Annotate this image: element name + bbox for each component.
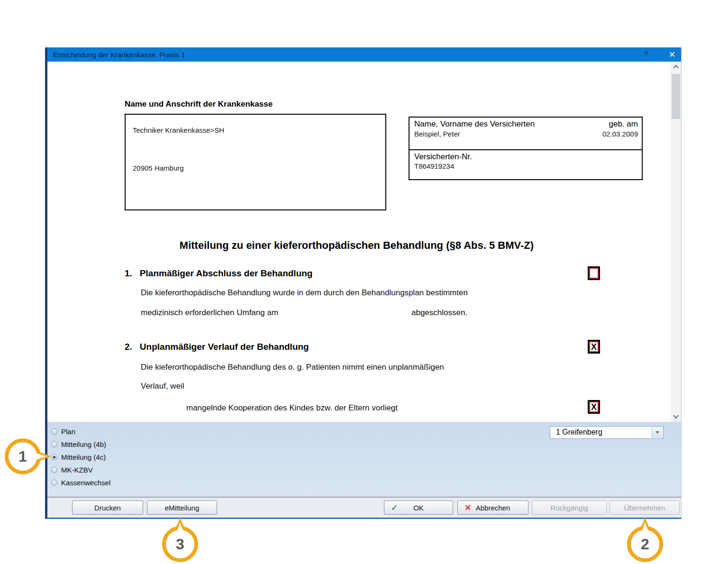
rueckgaengig-button[interactable]: Rückgängig (532, 500, 607, 515)
abbrechen-button[interactable]: ✕ Abbrechen (457, 500, 528, 515)
rueckgaengig-label: Rückgängig (550, 504, 588, 512)
item2-sub-checkbox-mark: X (589, 401, 599, 412)
emitteilung-button[interactable]: eMitteilung (147, 500, 217, 515)
radio-mk-kzbv[interactable]: MK-KZBV (51, 465, 93, 474)
uebernehmen-button[interactable]: Übernehmen (610, 500, 680, 515)
insured-name-label: Name, Vorname des Versicherten (414, 119, 535, 129)
annotation-circle-2: 2 (624, 516, 666, 564)
insured-name-section: Name, Vorname des Versicherten geb. am B… (410, 118, 642, 149)
scrollbar-thumb[interactable] (672, 74, 680, 119)
ok-label: OK (413, 504, 424, 512)
radio-icon[interactable] (51, 480, 57, 486)
radio-label: Mitteilung (4b) (61, 440, 106, 448)
item2-sub-checkbox[interactable]: X (588, 400, 600, 414)
close-button[interactable]: ✕ (663, 47, 682, 62)
vertical-scrollbar[interactable] (671, 62, 681, 422)
annotation-number-3: 3 (176, 536, 184, 553)
item1-title: Planmäßiger Abschluss der Behandlung (140, 268, 313, 279)
item1-line2a: medizinisch erforderlichen Umfang am (141, 308, 278, 318)
annotation-circle-3: 3 (159, 516, 201, 564)
insured-geb-label: geb. am (609, 119, 638, 129)
form-heading: Mitteilung zu einer kieferorthopädischen… (76, 239, 637, 252)
emitteilung-label: eMitteilung (165, 504, 200, 512)
item1-checkbox-inner (589, 268, 599, 279)
item2-number: 2. (125, 342, 132, 352)
drucken-label: Drucken (94, 504, 121, 512)
dropdown-arrow-button[interactable] (652, 427, 663, 438)
uebernehmen-label: Übernehmen (624, 504, 665, 512)
kasse-name: Techniker Krankenkasse>SH (133, 126, 224, 134)
item1-line2b: abgeschlossen. (411, 308, 467, 318)
annotation-number-1: 1 (18, 448, 27, 465)
check-icon: ✓ (391, 503, 398, 513)
annotation-circle-1: 1 (3, 436, 53, 479)
kasse-city: 20905 Hamburg (133, 164, 184, 172)
practice-dropdown[interactable]: 1 Greifenberg (550, 426, 664, 439)
drucken-button[interactable]: Drucken (72, 500, 143, 515)
kasse-label: Name und Anschrift der Krankenkasse (125, 100, 273, 109)
insured-nr-section: Versicherten-Nr. T864919234 (410, 149, 642, 179)
abbrechen-label: Abbrechen (476, 504, 510, 512)
radio-mitteilung-4c[interactable]: Mitteilung (4c) (51, 452, 106, 462)
radio-icon[interactable] (51, 428, 57, 435)
window-title: Entscheidung der Krankenkasse, Praxis 1 (53, 51, 185, 59)
item2-sub-label: mangelnde Kooperation des Kindes bzw. de… (186, 403, 398, 413)
dialog-window: Entscheidung der Krankenkasse, Praxis 1 … (45, 47, 682, 519)
insured-geb-value: 02.03.2009 (602, 130, 638, 138)
radio-mitteilung-4b[interactable]: Mitteilung (4b) (51, 439, 106, 449)
item2-title: Unplanmäßiger Verlauf der Behandlung (140, 342, 309, 352)
form-content-area: Name und Anschrift der Krankenkasse Tech… (47, 62, 681, 422)
item2-checkbox-mark: X (589, 341, 599, 352)
item2-line1: Die kieferorthopädische Behandlung des o… (141, 363, 444, 372)
kasse-address-box: Techniker Krankenkasse>SH 20905 Hamburg (125, 114, 386, 210)
radio-label: Mitteilung (4c) (61, 453, 106, 461)
title-bar[interactable]: Entscheidung der Krankenkasse, Praxis 1 … (47, 47, 681, 62)
insured-box: Name, Vorname des Versicherten geb. am B… (409, 117, 643, 180)
item1-line1: Die kieferorthopädische Behandlung wurde… (141, 288, 468, 298)
chevron-down-icon (655, 431, 659, 434)
radio-label: Plan (61, 428, 75, 436)
item2-checkbox[interactable]: X (588, 340, 600, 354)
annotation-number-2: 2 (641, 536, 649, 553)
insured-name-value: Beispiel, Peter (414, 130, 460, 138)
practice-dropdown-value: 1 Greifenberg (556, 428, 602, 437)
item2-line2: Verlauf, weil (141, 382, 184, 391)
radio-label: Kassenwechsel (61, 479, 110, 487)
radio-kassenwechsel[interactable]: Kassenwechsel (51, 478, 110, 487)
radio-label: MK-KZBV (61, 466, 93, 474)
item1-checkbox[interactable] (588, 266, 600, 280)
item1-heading: 1. Planmäßiger Abschluss der Behandlung (125, 268, 312, 279)
help-button[interactable]: ? (639, 47, 653, 62)
cancel-x-icon: ✕ (464, 503, 471, 513)
button-strip: Drucken eMitteilung ✓ OK ✕ Abbrechen Rüc… (47, 497, 681, 518)
radio-plan[interactable]: Plan (51, 427, 75, 436)
scroll-up-icon[interactable] (671, 62, 681, 72)
scroll-down-icon[interactable] (671, 411, 681, 422)
item2-heading: 2. Unplanmäßiger Verlauf der Behandlung (125, 342, 309, 352)
insured-nr-label: Versicherten-Nr. (414, 152, 472, 162)
item1-number: 1. (125, 268, 132, 279)
insured-nr-value: T864919234 (414, 162, 454, 170)
screen: Entscheidung der Krankenkasse, Praxis 1 … (0, 0, 728, 564)
options-panel: Plan Mitteilung (4b) Mitteilung (4c) MK-… (47, 422, 681, 497)
ok-button[interactable]: ✓ OK (384, 500, 453, 515)
